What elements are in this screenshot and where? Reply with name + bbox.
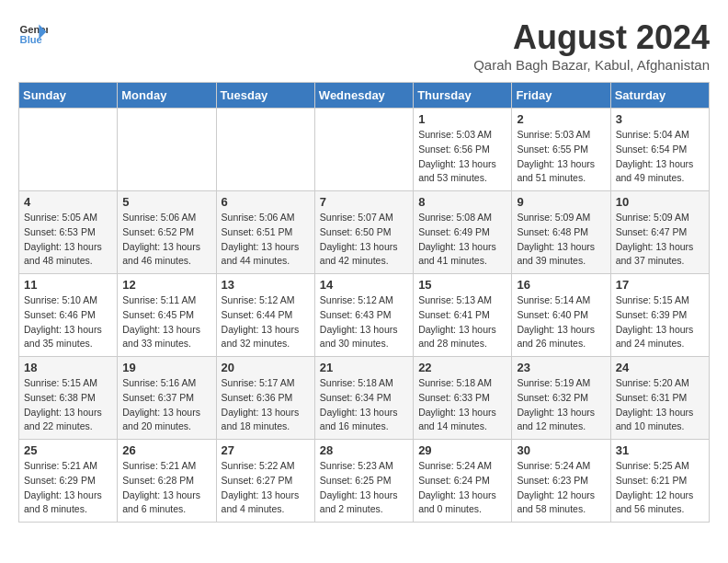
day-info: Sunrise: 5:03 AM Sunset: 6:55 PM Dayligh… xyxy=(517,128,605,186)
day-info: Sunrise: 5:14 AM Sunset: 6:40 PM Dayligh… xyxy=(517,293,605,351)
day-number: 20 xyxy=(222,361,310,374)
calendar-cell: 14Sunrise: 5:12 AM Sunset: 6:43 PM Dayli… xyxy=(314,274,413,357)
day-info: Sunrise: 5:10 AM Sunset: 6:46 PM Dayligh… xyxy=(24,293,112,351)
day-number: 22 xyxy=(418,361,506,374)
calendar-cell: 20Sunrise: 5:17 AM Sunset: 6:36 PM Dayli… xyxy=(216,357,314,440)
day-info: Sunrise: 5:07 AM Sunset: 6:50 PM Dayligh… xyxy=(320,211,408,269)
day-info: Sunrise: 5:18 AM Sunset: 6:33 PM Dayligh… xyxy=(418,376,506,434)
day-number: 16 xyxy=(517,278,605,292)
svg-text:Blue: Blue xyxy=(20,34,42,45)
calendar-cell xyxy=(314,109,413,191)
calendar-cell: 19Sunrise: 5:16 AM Sunset: 6:37 PM Dayli… xyxy=(118,357,216,440)
week-row-5: 25Sunrise: 5:21 AM Sunset: 6:29 PM Dayli… xyxy=(19,440,710,523)
day-info: Sunrise: 5:21 AM Sunset: 6:29 PM Dayligh… xyxy=(24,459,112,517)
day-number: 8 xyxy=(418,195,506,209)
week-row-4: 18Sunrise: 5:15 AM Sunset: 6:38 PM Dayli… xyxy=(19,357,710,440)
calendar-cell xyxy=(19,109,118,191)
day-number: 28 xyxy=(320,443,408,457)
calendar-cell: 1Sunrise: 5:03 AM Sunset: 6:56 PM Daylig… xyxy=(414,109,512,191)
day-info: Sunrise: 5:18 AM Sunset: 6:34 PM Dayligh… xyxy=(320,376,408,434)
title-area: August 2024 Qarah Bagh Bazar, Kabul, Afg… xyxy=(473,18,710,73)
day-info: Sunrise: 5:17 AM Sunset: 6:36 PM Dayligh… xyxy=(222,376,310,434)
day-info: Sunrise: 5:22 AM Sunset: 6:27 PM Dayligh… xyxy=(222,459,310,517)
calendar-cell: 15Sunrise: 5:13 AM Sunset: 6:41 PM Dayli… xyxy=(414,274,512,357)
day-info: Sunrise: 5:12 AM Sunset: 6:44 PM Dayligh… xyxy=(222,293,310,351)
day-number: 5 xyxy=(122,195,210,209)
calendar-cell: 17Sunrise: 5:15 AM Sunset: 6:39 PM Dayli… xyxy=(610,274,709,357)
day-info: Sunrise: 5:03 AM Sunset: 6:56 PM Dayligh… xyxy=(418,128,506,186)
calendar-body: 1Sunrise: 5:03 AM Sunset: 6:56 PM Daylig… xyxy=(19,109,710,523)
day-number: 15 xyxy=(418,278,506,292)
calendar-cell: 7Sunrise: 5:07 AM Sunset: 6:50 PM Daylig… xyxy=(314,191,413,274)
calendar-table: SundayMondayTuesdayWednesdayThursdayFrid… xyxy=(18,82,710,523)
calendar-cell: 10Sunrise: 5:09 AM Sunset: 6:47 PM Dayli… xyxy=(610,191,709,274)
calendar-cell: 29Sunrise: 5:24 AM Sunset: 6:24 PM Dayli… xyxy=(414,440,512,523)
day-info: Sunrise: 5:15 AM Sunset: 6:38 PM Dayligh… xyxy=(24,376,112,434)
calendar-cell: 6Sunrise: 5:06 AM Sunset: 6:51 PM Daylig… xyxy=(216,191,314,274)
day-info: Sunrise: 5:09 AM Sunset: 6:47 PM Dayligh… xyxy=(616,211,704,269)
calendar-cell: 3Sunrise: 5:04 AM Sunset: 6:54 PM Daylig… xyxy=(610,109,709,191)
day-number: 24 xyxy=(616,361,704,374)
day-number: 11 xyxy=(24,278,112,292)
day-number: 10 xyxy=(616,195,704,209)
calendar-cell: 21Sunrise: 5:18 AM Sunset: 6:34 PM Dayli… xyxy=(314,357,413,440)
day-number: 27 xyxy=(222,443,310,457)
calendar-cell: 9Sunrise: 5:09 AM Sunset: 6:48 PM Daylig… xyxy=(512,191,610,274)
day-number: 30 xyxy=(517,443,605,457)
day-info: Sunrise: 5:05 AM Sunset: 6:53 PM Dayligh… xyxy=(24,211,112,269)
calendar-cell: 13Sunrise: 5:12 AM Sunset: 6:44 PM Dayli… xyxy=(216,274,314,357)
calendar-cell: 24Sunrise: 5:20 AM Sunset: 6:31 PM Dayli… xyxy=(610,357,709,440)
weekday-header-monday: Monday xyxy=(118,83,216,109)
logo-icon: General Blue xyxy=(18,18,48,48)
day-number: 3 xyxy=(616,112,704,126)
day-info: Sunrise: 5:04 AM Sunset: 6:54 PM Dayligh… xyxy=(616,128,704,186)
calendar-cell: 22Sunrise: 5:18 AM Sunset: 6:33 PM Dayli… xyxy=(414,357,512,440)
day-number: 2 xyxy=(517,112,605,126)
day-info: Sunrise: 5:12 AM Sunset: 6:43 PM Dayligh… xyxy=(320,293,408,351)
day-info: Sunrise: 5:24 AM Sunset: 6:23 PM Dayligh… xyxy=(517,459,605,517)
calendar-cell: 2Sunrise: 5:03 AM Sunset: 6:55 PM Daylig… xyxy=(512,109,610,191)
day-number: 14 xyxy=(320,278,408,292)
calendar-cell: 27Sunrise: 5:22 AM Sunset: 6:27 PM Dayli… xyxy=(216,440,314,523)
calendar-cell: 28Sunrise: 5:23 AM Sunset: 6:25 PM Dayli… xyxy=(314,440,413,523)
calendar-cell: 23Sunrise: 5:19 AM Sunset: 6:32 PM Dayli… xyxy=(512,357,610,440)
day-info: Sunrise: 5:25 AM Sunset: 6:21 PM Dayligh… xyxy=(616,459,704,517)
day-number: 13 xyxy=(222,278,310,292)
calendar-cell: 5Sunrise: 5:06 AM Sunset: 6:52 PM Daylig… xyxy=(118,191,216,274)
calendar-cell: 31Sunrise: 5:25 AM Sunset: 6:21 PM Dayli… xyxy=(610,440,709,523)
day-number: 31 xyxy=(616,443,704,457)
weekday-header-tuesday: Tuesday xyxy=(216,83,314,109)
weekday-header-wednesday: Wednesday xyxy=(314,83,413,109)
calendar-cell xyxy=(118,109,216,191)
day-info: Sunrise: 5:06 AM Sunset: 6:52 PM Dayligh… xyxy=(122,211,210,269)
calendar-cell xyxy=(216,109,314,191)
calendar-cell: 30Sunrise: 5:24 AM Sunset: 6:23 PM Dayli… xyxy=(512,440,610,523)
day-info: Sunrise: 5:06 AM Sunset: 6:51 PM Dayligh… xyxy=(222,211,310,269)
day-number: 6 xyxy=(222,195,310,209)
weekday-header-row: SundayMondayTuesdayWednesdayThursdayFrid… xyxy=(19,83,710,109)
day-info: Sunrise: 5:21 AM Sunset: 6:28 PM Dayligh… xyxy=(122,459,210,517)
day-info: Sunrise: 5:16 AM Sunset: 6:37 PM Dayligh… xyxy=(122,376,210,434)
location: Qarah Bagh Bazar, Kabul, Afghanistan xyxy=(473,57,710,73)
calendar-cell: 12Sunrise: 5:11 AM Sunset: 6:45 PM Dayli… xyxy=(118,274,216,357)
day-info: Sunrise: 5:13 AM Sunset: 6:41 PM Dayligh… xyxy=(418,293,506,351)
calendar-cell: 16Sunrise: 5:14 AM Sunset: 6:40 PM Dayli… xyxy=(512,274,610,357)
day-info: Sunrise: 5:23 AM Sunset: 6:25 PM Dayligh… xyxy=(320,459,408,517)
weekday-header-saturday: Saturday xyxy=(610,83,709,109)
day-number: 19 xyxy=(122,361,210,374)
day-info: Sunrise: 5:09 AM Sunset: 6:48 PM Dayligh… xyxy=(517,211,605,269)
weekday-header-sunday: Sunday xyxy=(19,83,118,109)
page-header: General Blue August 2024 Qarah Bagh Baza… xyxy=(18,18,710,73)
day-number: 17 xyxy=(616,278,704,292)
day-info: Sunrise: 5:08 AM Sunset: 6:49 PM Dayligh… xyxy=(418,211,506,269)
calendar-cell: 18Sunrise: 5:15 AM Sunset: 6:38 PM Dayli… xyxy=(19,357,118,440)
day-number: 12 xyxy=(122,278,210,292)
day-number: 4 xyxy=(24,195,112,209)
day-number: 21 xyxy=(320,361,408,374)
calendar-cell: 11Sunrise: 5:10 AM Sunset: 6:46 PM Dayli… xyxy=(19,274,118,357)
day-number: 18 xyxy=(24,361,112,374)
logo: General Blue xyxy=(18,18,48,48)
day-number: 29 xyxy=(418,443,506,457)
day-number: 26 xyxy=(122,443,210,457)
day-info: Sunrise: 5:24 AM Sunset: 6:24 PM Dayligh… xyxy=(418,459,506,517)
